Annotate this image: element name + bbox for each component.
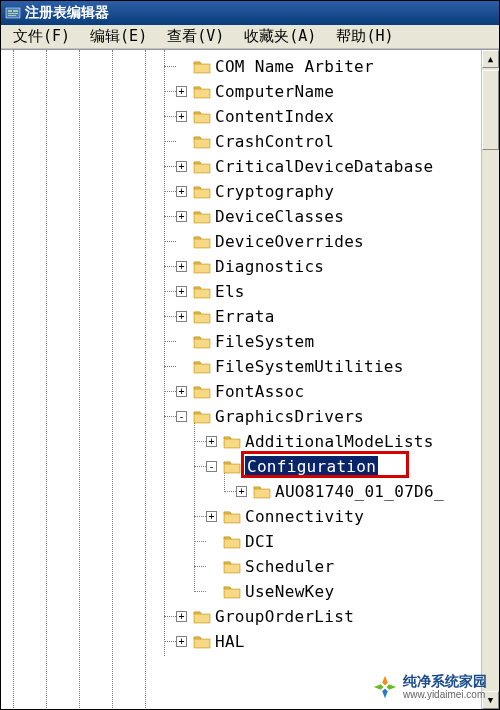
expander-spacer: [176, 336, 187, 347]
tree-item[interactable]: Scheduler: [1, 554, 481, 579]
tree-item[interactable]: + GroupOrderList: [1, 604, 481, 629]
tree-item[interactable]: + FontAssoc: [1, 379, 481, 404]
expander-closed-icon[interactable]: +: [176, 211, 187, 222]
tree-item[interactable]: + ContentIndex: [1, 104, 481, 129]
expander-closed-icon[interactable]: +: [206, 436, 217, 447]
tree-item[interactable]: + Diagnostics: [1, 254, 481, 279]
tree-item-label: COM Name Arbiter: [215, 57, 374, 76]
folder-icon: [223, 584, 241, 599]
tree-item[interactable]: + Cryptography: [1, 179, 481, 204]
expander-closed-icon[interactable]: +: [176, 111, 187, 122]
expander-closed-icon[interactable]: +: [206, 511, 217, 522]
tree-item[interactable]: DCI: [1, 529, 481, 554]
tree-item[interactable]: FileSystemUtilities: [1, 354, 481, 379]
registry-tree[interactable]: COM Name Arbiter+ ComputerName+ ContentI…: [1, 50, 481, 709]
tree-item-label: UseNewKey: [245, 582, 334, 601]
expander-open-icon[interactable]: -: [206, 461, 217, 472]
tree-item[interactable]: + HAL: [1, 629, 481, 654]
tree-item[interactable]: - Configuration: [1, 454, 481, 479]
expander-closed-icon[interactable]: +: [176, 386, 187, 397]
folder-icon: [193, 384, 211, 399]
tree-item[interactable]: + Connectivity: [1, 504, 481, 529]
folder-icon: [193, 109, 211, 124]
tree-item-label: Diagnostics: [215, 257, 324, 276]
tree-item-label: DeviceClasses: [215, 207, 344, 226]
folder-icon: [193, 609, 211, 624]
registry-editor-window: 注册表编辑器 文件(F) 编辑(E) 查看(V) 收藏夹(A) 帮助(H) CO…: [0, 0, 500, 710]
svg-rect-3: [8, 13, 18, 14]
folder-icon: [193, 634, 211, 649]
folder-icon: [193, 134, 211, 149]
expander-open-icon[interactable]: -: [176, 411, 187, 422]
expander-closed-icon[interactable]: +: [176, 636, 187, 647]
tree-item[interactable]: + AdditionalModeLists: [1, 429, 481, 454]
folder-icon: [223, 534, 241, 549]
tree-item[interactable]: + CriticalDeviceDatabase: [1, 154, 481, 179]
expander-closed-icon[interactable]: +: [176, 186, 187, 197]
tree-item-label: Scheduler: [245, 557, 334, 576]
expander-spacer: [176, 236, 187, 247]
folder-icon: [193, 209, 211, 224]
tree-item[interactable]: + ComputerName: [1, 79, 481, 104]
tree-item[interactable]: CrashControl: [1, 129, 481, 154]
tree-item[interactable]: + Els: [1, 279, 481, 304]
tree-item[interactable]: - GraphicsDrivers: [1, 404, 481, 429]
vertical-scrollbar[interactable]: ▲ ▼: [481, 50, 499, 709]
folder-icon: [193, 159, 211, 174]
expander-closed-icon[interactable]: +: [176, 161, 187, 172]
tree-item[interactable]: + DeviceClasses: [1, 204, 481, 229]
tree-item-label: Els: [215, 282, 245, 301]
menu-file[interactable]: 文件(F): [3, 25, 80, 48]
scroll-track[interactable]: [482, 68, 499, 691]
tree-item-label: Connectivity: [245, 507, 364, 526]
folder-icon: [193, 359, 211, 374]
folder-icon: [223, 559, 241, 574]
tree-item-label: FontAssoc: [215, 382, 304, 401]
expander-spacer: [206, 561, 217, 572]
svg-rect-4: [8, 15, 16, 16]
tree-item-label: ComputerName: [215, 82, 334, 101]
title-bar[interactable]: 注册表编辑器: [1, 1, 499, 25]
expander-closed-icon[interactable]: +: [236, 486, 247, 497]
tree-item[interactable]: FileSystem: [1, 329, 481, 354]
app-icon: [5, 5, 21, 21]
expander-closed-icon[interactable]: +: [176, 86, 187, 97]
tree-item[interactable]: + Errata: [1, 304, 481, 329]
tree-item[interactable]: COM Name Arbiter: [1, 54, 481, 79]
menu-help[interactable]: 帮助(H): [326, 25, 403, 48]
tree-item-label: CriticalDeviceDatabase: [215, 157, 434, 176]
watermark: 纯净系统家园 www.yidaimei.com: [371, 673, 487, 701]
folder-icon: [193, 234, 211, 249]
tree-item[interactable]: UseNewKey: [1, 579, 481, 604]
watermark-url: www.yidaimei.com: [403, 689, 487, 700]
expander-spacer: [176, 361, 187, 372]
watermark-text: 纯净系统家园 www.yidaimei.com: [403, 674, 487, 700]
tree-item-label: AUO81740_01_07D6_: [275, 482, 444, 501]
folder-icon: [223, 509, 241, 524]
folder-icon: [193, 84, 211, 99]
folder-icon: [193, 309, 211, 324]
tree-item-label: ContentIndex: [215, 107, 334, 126]
folder-icon: [193, 259, 211, 274]
tree-item-label: HAL: [215, 632, 245, 651]
folder-icon: [193, 284, 211, 299]
svg-rect-2: [13, 10, 18, 12]
expander-closed-icon[interactable]: +: [176, 611, 187, 622]
tree-item[interactable]: DeviceOverrides: [1, 229, 481, 254]
menu-favorites[interactable]: 收藏夹(A): [234, 25, 326, 48]
tree-item-label: CrashControl: [215, 132, 334, 151]
tree-item-label: Cryptography: [215, 182, 334, 201]
tree-item-label: DeviceOverrides: [215, 232, 364, 251]
menu-edit[interactable]: 编辑(E): [80, 25, 157, 48]
tree-item[interactable]: + AUO81740_01_07D6_: [1, 479, 481, 504]
scroll-thumb[interactable]: [482, 70, 499, 150]
expander-closed-icon[interactable]: +: [176, 286, 187, 297]
expander-closed-icon[interactable]: +: [176, 311, 187, 322]
folder-icon: [193, 184, 211, 199]
svg-rect-1: [8, 10, 12, 12]
expander-spacer: [206, 536, 217, 547]
scroll-up-button[interactable]: ▲: [482, 50, 499, 68]
expander-closed-icon[interactable]: +: [176, 261, 187, 272]
menu-view[interactable]: 查看(V): [157, 25, 234, 48]
expander-spacer: [176, 136, 187, 147]
